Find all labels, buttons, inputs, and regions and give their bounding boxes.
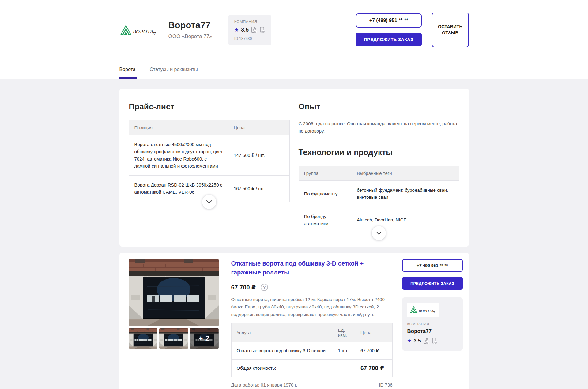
main-content: Прайс-лист Позиция Цена Ворота откатные …	[0, 79, 588, 389]
company-type-label: КОМПАНИЯ	[407, 322, 458, 326]
total-cost-label[interactable]: Общая стоимость:	[237, 365, 276, 371]
company-logo	[119, 23, 158, 37]
verified-document-icon	[251, 27, 257, 33]
phone-button[interactable]: +7 499 951-**-**	[402, 259, 463, 272]
gate-photo-thumb-image	[129, 328, 158, 349]
work-price: 67 700 ₽	[231, 284, 256, 291]
propose-order-button[interactable]: ПРЕДЛОЖИТЬ ЗАКАЗ	[356, 33, 422, 46]
service-cell: Откатные ворота под обшивку 3-D сеткой	[231, 342, 333, 359]
tags-cell: бетонный фундамент, буронабивные сваи, в…	[352, 181, 459, 207]
work-main-photo[interactable]	[129, 259, 219, 326]
table-row: Откатные ворота под обшивку 3-D сеткой 1…	[231, 342, 392, 359]
rating-value: 3.5	[414, 338, 421, 344]
company-info-card: Прайс-лист Позиция Цена Ворота откатные …	[119, 89, 469, 247]
technologies-table: Группа Выбранные теги По фундаменту бето…	[299, 166, 459, 233]
chevron-down-icon	[206, 200, 212, 203]
gate-photo-thumb-image	[159, 328, 188, 349]
service-col-name: Услуга	[231, 323, 333, 342]
tags-cell: Alutech, DoorHan, NICE	[352, 207, 459, 233]
verified-requisites-icon	[259, 27, 265, 33]
phone-button[interactable]: +7 (499) 951-**-**	[356, 13, 422, 28]
price-cell: 147 500 ₽ / шт.	[228, 135, 289, 176]
chevron-down-icon	[376, 232, 382, 235]
gate-photo-image	[129, 259, 219, 326]
gates-triangle-logo-icon	[409, 304, 437, 315]
work-services-table: Услуга Ед. изм. Цена Откатные ворота под…	[231, 323, 393, 377]
page-header: Ворота77 ООО «Ворота 77» КОМПАНИЯ 3.5 ID…	[0, 0, 588, 60]
company-logo	[407, 303, 439, 317]
unit-cell: 1 шт.	[333, 342, 355, 359]
experience-text: С 2006 года на рынке. Опытная команда, к…	[299, 120, 459, 135]
price-cell: 167 500 ₽ / шт.	[228, 176, 289, 202]
pricelist-title: Прайс-лист	[129, 102, 290, 111]
photo-thumbnail-more[interactable]: + 2	[190, 328, 219, 349]
star-icon	[407, 338, 412, 343]
rating-value: 3.5	[241, 27, 249, 33]
tab-statuses-requisites[interactable]: Статусы и реквизиты	[150, 67, 198, 79]
leave-review-button[interactable]: ОСТАВИТЬ ОТЗЫВ	[432, 13, 469, 47]
pricelist-col-price: Цена	[228, 120, 289, 135]
pricelist-col-position: Позиция	[129, 120, 228, 135]
legal-name: ООО «Ворота 77»	[168, 33, 212, 40]
table-row: По фундаменту бетонный фундамент, бурона…	[299, 181, 459, 207]
expand-technologies-button[interactable]	[372, 226, 386, 240]
company-id: ID 187530	[234, 36, 265, 41]
work-date: Дата работы: 01 января 1970 г.	[231, 382, 297, 387]
star-icon	[234, 27, 239, 32]
question-icon[interactable]	[261, 284, 268, 291]
company-name: Ворота77	[407, 328, 458, 334]
work-sidebar: +7 499 951-**-** ПРЕДЛОЖИТЬ ЗАКАЗ КОМПАН…	[402, 259, 463, 351]
work-details: Откатные ворота под обшивку 3-D сеткой +…	[231, 259, 393, 387]
total-row: Общая стоимость: 67 700 ₽	[231, 359, 392, 377]
experience-section: Опыт С 2006 года на рынке. Опытная коман…	[299, 102, 459, 233]
tech-col-tags: Выбранные теги	[352, 166, 459, 181]
verified-document-icon	[423, 338, 429, 344]
expand-pricelist-button[interactable]	[202, 195, 216, 209]
photo-thumbnail-2[interactable]	[159, 328, 188, 349]
total-cost-value: 67 700 ₽	[360, 365, 384, 371]
service-col-unit: Ед. изм.	[333, 323, 355, 342]
tab-gates[interactable]: Ворота	[119, 67, 136, 79]
pricelist-table: Позиция Цена Ворота откатные 4500х2000 м…	[129, 120, 290, 202]
experience-title: Опыт	[299, 102, 459, 111]
more-photos-badge: + 2	[190, 328, 219, 349]
work-example-card: + 2 Откатные ворота под обшивку 3-D сетк…	[119, 253, 469, 389]
gates-triangle-logo-icon	[119, 23, 158, 37]
service-col-price: Цена	[355, 323, 392, 342]
technologies-title: Технологии и продукты	[299, 148, 459, 157]
work-description: Откатные ворота, ширина проёма 12 м. Кар…	[231, 296, 393, 318]
table-row: Ворота откатные 4500х2000 мм под обшивку…	[129, 135, 289, 176]
photo-thumbnail-1[interactable]	[129, 328, 158, 349]
work-photo-gallery: + 2	[129, 259, 219, 349]
position-cell: Ворота откатные 4500х2000 мм под обшивку…	[129, 135, 228, 176]
company-type-label: КОМПАНИЯ	[234, 20, 265, 24]
tech-col-group: Группа	[299, 166, 352, 181]
work-title-link[interactable]: Откатные ворота под обшивку 3-D сеткой +…	[231, 259, 393, 277]
company-mini-card: КОМПАНИЯ Ворота77 3.5	[402, 297, 463, 351]
tab-bar: Ворота Статусы и реквизиты	[0, 60, 588, 79]
group-cell: По бренду автоматики	[299, 207, 352, 233]
group-cell: По фундаменту	[299, 181, 352, 207]
verified-requisites-icon	[431, 338, 437, 344]
work-id: ID 736	[379, 382, 392, 387]
pricelist-section: Прайс-лист Позиция Цена Ворота откатные …	[129, 102, 290, 202]
page-title: Ворота77	[168, 20, 212, 30]
propose-order-button[interactable]: ПРЕДЛОЖИТЬ ЗАКАЗ	[402, 277, 463, 290]
price-cell: 67 700 ₽	[355, 342, 392, 359]
company-summary-card: КОМПАНИЯ 3.5 ID 187530	[228, 15, 271, 45]
